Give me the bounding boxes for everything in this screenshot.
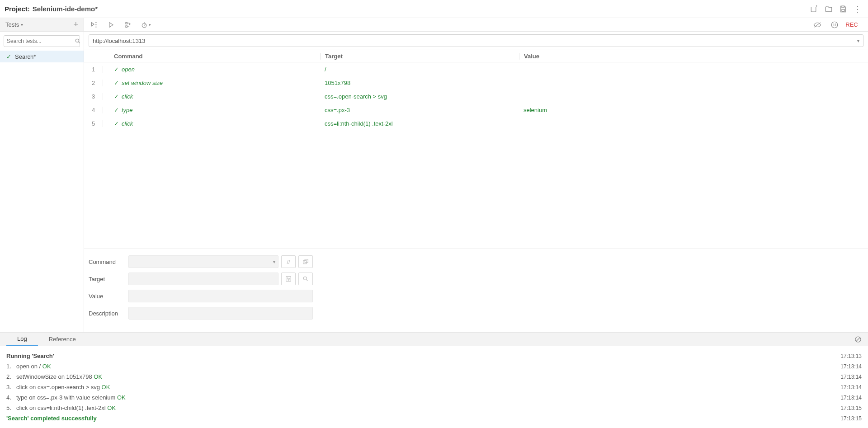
row-number: 3 bbox=[84, 93, 103, 100]
check-icon: ✓ bbox=[114, 80, 119, 86]
log-time: 17:13:14 bbox=[840, 395, 862, 401]
step-over-icon[interactable] bbox=[123, 19, 134, 30]
svg-rect-0 bbox=[811, 7, 816, 12]
log-time: 17:13:15 bbox=[840, 415, 862, 422]
log-time: 17:13:14 bbox=[840, 384, 862, 390]
svg-rect-5 bbox=[126, 26, 127, 27]
svg-point-7 bbox=[831, 22, 838, 28]
open-folder-icon[interactable] bbox=[825, 5, 833, 13]
row-number: 4 bbox=[84, 107, 103, 113]
tab-reference[interactable]: Reference bbox=[38, 333, 87, 346]
new-project-icon[interactable] bbox=[810, 5, 818, 13]
target-cell: 1051x798 bbox=[325, 80, 350, 86]
svg-point-11 bbox=[303, 277, 307, 280]
command-row[interactable]: 1✓open/ bbox=[84, 62, 868, 76]
svg-rect-1 bbox=[842, 6, 844, 8]
tests-panel-header[interactable]: Tests ▾ + bbox=[0, 18, 84, 32]
project-name: Selenium-ide-demo* bbox=[33, 5, 98, 13]
command-cell: set window size bbox=[122, 80, 163, 86]
editor-command-label: Command bbox=[89, 259, 128, 265]
test-item-search[interactable]: ✓ Search* bbox=[0, 51, 84, 62]
target-cell: / bbox=[325, 66, 326, 73]
row-number: 2 bbox=[84, 80, 103, 86]
pause-icon[interactable] bbox=[829, 19, 840, 30]
check-icon: ✓ bbox=[114, 93, 119, 100]
col-value-label: Value bbox=[524, 53, 539, 60]
target-cell: css=li:nth-child(1) .text-2xl bbox=[325, 120, 393, 127]
topbar: Project: Selenium-ide-demo* ⋮ bbox=[0, 0, 868, 18]
more-menu-icon[interactable]: ⋮ bbox=[854, 4, 862, 14]
col-command-label: Command bbox=[114, 53, 143, 60]
clear-log-icon[interactable] bbox=[854, 336, 862, 343]
record-button[interactable]: REC bbox=[846, 19, 857, 30]
row-number: 5 bbox=[84, 120, 103, 127]
log-row: 5.click on css=li:nth-child(1) .text-2xl… bbox=[6, 403, 862, 413]
search-tests-input-wrap bbox=[4, 35, 80, 47]
base-url-input-wrap: ▾ bbox=[89, 34, 863, 47]
col-target-label: Target bbox=[325, 53, 343, 60]
editor-value-label: Value bbox=[89, 293, 128, 300]
tab-log-label: Log bbox=[17, 335, 27, 342]
project-label: Project: bbox=[5, 5, 30, 13]
tab-log[interactable]: Log bbox=[6, 333, 38, 346]
run-current-icon[interactable] bbox=[106, 19, 117, 30]
log-row: 2.setWindowSize on 1051x798 OK17:13:14 bbox=[6, 372, 862, 382]
editor-command-field[interactable]: ▾ bbox=[128, 255, 278, 268]
editor-value-field[interactable] bbox=[128, 290, 313, 302]
command-cell: click bbox=[122, 93, 133, 100]
command-cell: type bbox=[122, 107, 133, 113]
check-icon: ✓ bbox=[6, 53, 11, 60]
log-row: 4.type on css=.px-3 with value selenium … bbox=[6, 392, 862, 403]
check-icon: ✓ bbox=[114, 107, 119, 113]
command-row[interactable]: 2✓set window size1051x798 bbox=[84, 76, 868, 89]
test-item-label: Search* bbox=[15, 53, 36, 60]
command-editor: Command ▾ // Target bbox=[84, 249, 868, 332]
log-panel: Running 'Search'17:13:131.open on / OK17… bbox=[0, 346, 868, 428]
svg-rect-2 bbox=[842, 9, 844, 11]
command-row[interactable]: 4✓typecss=.px-3selenium bbox=[84, 103, 868, 117]
find-target-icon[interactable] bbox=[298, 273, 313, 285]
command-cell: open bbox=[122, 66, 135, 73]
toolbar: ▾ REC bbox=[84, 18, 868, 32]
add-test-icon[interactable]: + bbox=[73, 20, 78, 29]
run-all-icon[interactable] bbox=[89, 19, 99, 30]
command-table-header: Command Target Value bbox=[84, 50, 868, 62]
toggle-comment-icon[interactable]: // bbox=[281, 255, 296, 268]
target-cell: css=.px-3 bbox=[325, 107, 350, 113]
search-tests-input[interactable] bbox=[7, 38, 75, 44]
command-cell: click bbox=[122, 120, 133, 127]
tab-reference-label: Reference bbox=[49, 336, 76, 343]
bottom-tabs: Log Reference bbox=[0, 333, 868, 346]
editor-description-label: Description bbox=[89, 310, 128, 317]
editor-target-field[interactable] bbox=[128, 273, 278, 285]
save-icon[interactable] bbox=[839, 5, 847, 13]
value-cell: selenium bbox=[524, 107, 547, 113]
target-cell: css=.open-search > svg bbox=[325, 93, 387, 100]
editor-description-field[interactable] bbox=[128, 307, 313, 320]
log-time: 17:13:14 bbox=[840, 374, 862, 380]
row-number: 1 bbox=[84, 66, 103, 73]
speed-icon[interactable]: ▾ bbox=[140, 19, 151, 30]
tests-panel-label: Tests bbox=[5, 21, 19, 28]
command-row[interactable]: 5✓clickcss=li:nth-child(1) .text-2xl bbox=[84, 117, 868, 130]
sidebar: Tests ▾ + ✓ Search* bbox=[0, 18, 84, 332]
svg-point-6 bbox=[142, 23, 146, 27]
chevron-down-icon[interactable]: ▾ bbox=[857, 38, 859, 43]
disable-breakpoints-icon[interactable] bbox=[812, 19, 823, 30]
log-row: 3.click on css=.open-search > svg OK17:1… bbox=[6, 382, 862, 392]
command-row[interactable]: 3✓clickcss=.open-search > svg bbox=[84, 89, 868, 103]
log-row: 1.open on / OK17:13:14 bbox=[6, 361, 862, 372]
log-row: 'Search' completed successfully17:13:15 bbox=[6, 413, 862, 423]
log-time: 17:13:13 bbox=[840, 353, 862, 359]
open-new-window-icon[interactable] bbox=[298, 255, 313, 268]
search-icon[interactable] bbox=[75, 38, 81, 44]
check-icon: ✓ bbox=[114, 120, 119, 127]
log-row: Running 'Search'17:13:13 bbox=[6, 351, 862, 361]
base-url-input[interactable] bbox=[93, 38, 857, 44]
log-time: 17:13:14 bbox=[840, 363, 862, 370]
log-time: 17:13:15 bbox=[840, 405, 862, 411]
editor-target-label: Target bbox=[89, 276, 128, 282]
svg-point-3 bbox=[75, 39, 79, 42]
select-target-icon[interactable] bbox=[281, 273, 296, 285]
svg-rect-4 bbox=[126, 22, 127, 24]
